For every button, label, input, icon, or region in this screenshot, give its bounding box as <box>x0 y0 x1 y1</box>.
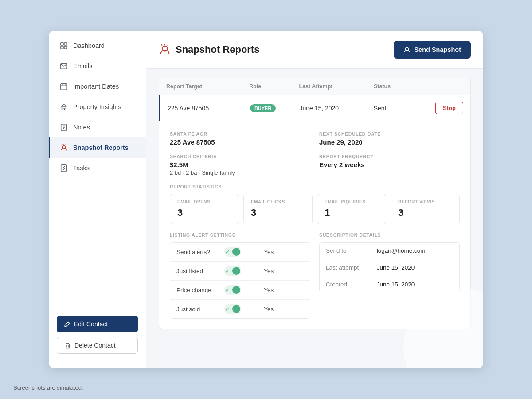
next-date-value: June 29, 2020 <box>319 138 460 146</box>
svg-rect-9 <box>62 107 66 110</box>
alerts-table: Send alerts? ✓ Yes Just listed ✓ <box>170 242 310 319</box>
sidebar-item-label: Snapshot Reports <box>73 144 129 151</box>
check-icon: ✓ <box>225 287 230 293</box>
alert-row-price-change: Price change ✓ Yes <box>170 281 310 300</box>
sidebar-item-label: Property Insights <box>73 103 121 110</box>
send-icon <box>403 46 411 53</box>
home-icon <box>60 103 68 111</box>
svg-rect-16 <box>61 165 67 172</box>
sidebar-item-label: Notes <box>73 124 90 131</box>
stop-button[interactable]: Stop <box>435 102 463 114</box>
report-frequency-value: Every 2 weeks <box>319 161 460 168</box>
calendar-icon <box>60 82 68 90</box>
edit-contact-button[interactable]: Edit Contact <box>57 316 138 332</box>
email-icon <box>60 62 68 70</box>
toggle-price-change[interactable]: ✓ <box>224 285 241 295</box>
cell-last-attempt: June 15, 2020 <box>292 98 366 118</box>
trash-icon <box>64 342 71 349</box>
bottom-note: Screenshots are simulated. <box>13 384 83 391</box>
alert-row-send: Send alerts? ✓ Yes <box>170 243 310 262</box>
check-icon: ✓ <box>225 249 230 255</box>
sidebar-item-snapshot-reports[interactable]: Snapshot Reports <box>49 137 146 158</box>
col-role: Role <box>242 78 292 95</box>
table-row: 225 Ave 87505 BUYER June 15, 2020 Sent S… <box>159 95 470 121</box>
sidebar-item-tasks[interactable]: Tasks <box>49 158 146 178</box>
check-icon: ✓ <box>225 306 230 313</box>
listing-alerts-panel: LISTING ALERT SETTINGS Send alerts? ✓ Ye… <box>170 232 310 319</box>
next-date-section: NEXT SCHEDULED DATE June 29, 2020 <box>319 131 460 146</box>
cell-role: BUYER <box>243 98 293 118</box>
detail-row-aor: SANTA FE AOR 225 Ave 87505 NEXT SCHEDULE… <box>170 131 460 146</box>
sub-val: logan@home.com <box>377 247 453 254</box>
stats-section: REPORT STATISTICS EMAIL OPENS 3 EMAIL CL… <box>170 184 460 224</box>
subscription-table: Send to logan@home.com Last attempt June… <box>319 242 460 293</box>
edit-icon <box>64 321 70 328</box>
main-body: Report Target Role Last Attempt Status 2… <box>146 69 483 338</box>
col-last-attempt: Last Attempt <box>292 78 367 95</box>
listing-alerts-label: LISTING ALERT SETTINGS <box>170 232 310 238</box>
main-content: Snapshot Reports Send Snapshot Report Ta… <box>146 31 483 368</box>
aor-value: 225 Ave 87505 <box>170 138 310 146</box>
sub-key: Created <box>326 281 377 288</box>
col-report-target: Report Target <box>159 78 242 95</box>
sub-row-created: Created June 15, 2020 <box>320 276 459 293</box>
cell-report-target: 225 Ave 87505 <box>160 98 243 118</box>
sub-val: June 15, 2020 <box>377 264 453 271</box>
sidebar-item-emails[interactable]: Emails <box>49 56 146 76</box>
stats-grid: EMAIL OPENS 3 EMAIL CLICKS 3 EMAIL INQUI… <box>170 194 460 224</box>
alert-name: Just listed <box>176 268 224 274</box>
main-header: Snapshot Reports Send Snapshot <box>146 31 483 69</box>
sub-row-last-attempt: Last attempt June 15, 2020 <box>320 259 459 276</box>
tasks-icon <box>60 164 68 172</box>
stat-email-inquiries: EMAIL INQUIRIES 1 <box>317 194 386 224</box>
report-frequency-label: REPORT FREQUENCY <box>319 154 460 159</box>
alert-value: Yes <box>264 268 304 274</box>
aor-label: SANTA FE AOR <box>170 131 310 137</box>
report-frequency-section: REPORT FREQUENCY Every 2 weeks <box>319 154 460 176</box>
search-criteria-section: SEARCH CRITERIA $2.5M 2 bd · 2 ba · Sing… <box>170 154 310 176</box>
svg-rect-2 <box>61 46 63 49</box>
sidebar-item-notes[interactable]: Notes <box>49 117 146 137</box>
sub-val: June 15, 2020 <box>377 281 453 288</box>
toggle-just-listed[interactable]: ✓ <box>224 266 241 276</box>
send-snapshot-button[interactable]: Send Snapshot <box>394 41 471 59</box>
search-criteria-price: $2.5M <box>170 161 310 168</box>
sidebar-item-property-insights[interactable]: Property Insights <box>49 97 146 117</box>
sidebar-item-important-dates[interactable]: Important Dates <box>49 76 146 97</box>
alert-row-just-listed: Just listed ✓ Yes <box>170 262 310 281</box>
next-date-label: NEXT SCHEDULED DATE <box>319 131 460 137</box>
alert-value: Yes <box>264 306 304 313</box>
svg-rect-5 <box>61 84 67 90</box>
sidebar-item-label: Important Dates <box>73 83 119 90</box>
sidebar-item-dashboard[interactable]: Dashboard <box>49 35 146 56</box>
svg-rect-3 <box>64 46 67 49</box>
svg-rect-17 <box>66 344 70 348</box>
sidebar-nav: Dashboard Emails Important Dates <box>49 31 146 310</box>
subscription-label: SUBSCRIPTION DETAILS <box>319 232 460 238</box>
stat-email-clicks: EMAIL CLICKS 3 <box>243 194 313 224</box>
stat-report-views: REPORT VIEWS 3 <box>391 194 460 224</box>
notes-icon <box>60 123 68 131</box>
alert-name: Send alerts? <box>176 249 224 255</box>
bottom-panels: LISTING ALERT SETTINGS Send alerts? ✓ Ye… <box>170 232 460 319</box>
alert-value: Yes <box>264 287 304 293</box>
cell-status: Sent <box>367 98 428 118</box>
report-table: Report Target Role Last Attempt Status 2… <box>159 78 471 121</box>
svg-rect-1 <box>64 43 67 45</box>
sub-key: Last attempt <box>326 264 377 271</box>
snapshot-header-icon <box>159 43 171 56</box>
alert-name: Price change <box>176 287 224 293</box>
toggle-just-sold[interactable]: ✓ <box>224 304 241 314</box>
sidebar-item-label: Emails <box>73 63 93 70</box>
aor-section: SANTA FE AOR 225 Ave 87505 <box>170 131 310 146</box>
svg-rect-0 <box>61 43 63 45</box>
check-icon: ✓ <box>225 268 230 274</box>
toggle-send-alerts[interactable]: ✓ <box>224 247 241 257</box>
page-title: Snapshot Reports <box>159 43 259 56</box>
alert-row-just-sold: Just sold ✓ Yes <box>170 300 310 318</box>
search-criteria-label: SEARCH CRITERIA <box>170 154 310 159</box>
col-status: Status <box>367 78 429 95</box>
sub-row-send-to: Send to logan@home.com <box>320 243 459 259</box>
delete-contact-button[interactable]: Delete Contact <box>57 337 138 354</box>
detail-card: SANTA FE AOR 225 Ave 87505 NEXT SCHEDULE… <box>159 121 471 329</box>
